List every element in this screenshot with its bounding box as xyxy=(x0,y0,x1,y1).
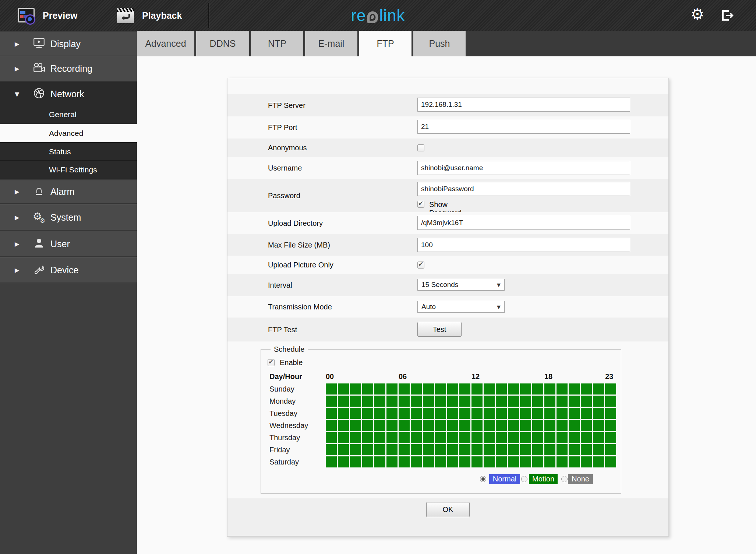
schedule-cell[interactable] xyxy=(374,444,385,455)
schedule-cell[interactable] xyxy=(374,396,385,407)
schedule-cell[interactable] xyxy=(350,432,361,443)
schedule-cell[interactable] xyxy=(569,444,580,455)
schedule-cell[interactable] xyxy=(423,408,434,419)
ftp-test-button[interactable]: Test xyxy=(417,322,462,337)
schedule-cell[interactable] xyxy=(605,383,616,395)
schedule-cell[interactable] xyxy=(399,456,410,467)
schedule-cell[interactable] xyxy=(326,396,337,407)
schedule-cell[interactable] xyxy=(520,456,531,467)
schedule-cell[interactable] xyxy=(326,444,337,455)
mode-normal-chip[interactable]: Normal xyxy=(489,474,520,484)
schedule-cell[interactable] xyxy=(581,420,592,431)
sidebar-item-user[interactable]: ▶ User xyxy=(0,231,137,257)
schedule-cell[interactable] xyxy=(386,383,398,395)
sidebar-subitem-advanced[interactable]: Advanced xyxy=(0,124,137,143)
schedule-cell[interactable] xyxy=(471,396,483,407)
schedule-cell[interactable] xyxy=(484,420,495,431)
tab-ntp[interactable]: NTP xyxy=(251,31,303,56)
schedule-cell[interactable] xyxy=(362,444,373,455)
schedule-cell[interactable] xyxy=(557,444,568,455)
mode-normal-radio[interactable] xyxy=(480,476,486,482)
schedule-cell[interactable] xyxy=(399,432,410,443)
expand-arrow-icon[interactable]: ▶ xyxy=(15,267,19,274)
schedule-cell[interactable] xyxy=(605,444,616,455)
schedule-cell[interactable] xyxy=(569,383,580,395)
schedule-cell[interactable] xyxy=(569,420,580,431)
tab-push[interactable]: Push xyxy=(413,31,466,56)
ftp-server-input[interactable] xyxy=(417,98,630,112)
schedule-cell[interactable] xyxy=(386,420,398,431)
schedule-cell[interactable] xyxy=(532,383,543,395)
schedule-cell[interactable] xyxy=(459,444,470,455)
schedule-cell[interactable] xyxy=(593,432,604,443)
schedule-cell[interactable] xyxy=(423,444,434,455)
schedule-cell[interactable] xyxy=(399,444,410,455)
schedule-cell[interactable] xyxy=(338,420,349,431)
schedule-cell[interactable] xyxy=(459,456,470,467)
username-input[interactable] xyxy=(417,161,630,175)
schedule-cell[interactable] xyxy=(471,383,483,395)
schedule-cell[interactable] xyxy=(520,396,531,407)
schedule-cell[interactable] xyxy=(423,383,434,395)
schedule-cell[interactable] xyxy=(471,444,483,455)
interval-select[interactable]: 15 Seconds ▼ xyxy=(417,279,505,291)
sidebar-subitem-status[interactable]: Status xyxy=(0,143,137,161)
mode-none-radio[interactable] xyxy=(561,476,568,482)
upload-directory-input[interactable] xyxy=(417,216,630,230)
schedule-cell[interactable] xyxy=(496,444,507,455)
schedule-cell[interactable] xyxy=(532,432,543,443)
schedule-cell[interactable] xyxy=(326,408,337,419)
sidebar-item-device[interactable]: ▶ Device xyxy=(0,257,137,283)
password-input[interactable] xyxy=(417,182,630,196)
schedule-cell[interactable] xyxy=(569,432,580,443)
schedule-cell[interactable] xyxy=(471,408,483,419)
schedule-cell[interactable] xyxy=(520,408,531,419)
schedule-enable-checkbox[interactable] xyxy=(268,359,275,366)
schedule-cell[interactable] xyxy=(508,420,519,431)
schedule-cell[interactable] xyxy=(386,408,398,419)
schedule-cell[interactable] xyxy=(605,456,616,467)
schedule-cell[interactable] xyxy=(593,408,604,419)
settings-gear-icon[interactable]: ⚙ xyxy=(690,5,704,23)
preview-nav[interactable]: Preview xyxy=(18,0,78,31)
schedule-cell[interactable] xyxy=(581,383,592,395)
expand-arrow-icon[interactable]: ▶ xyxy=(15,241,19,248)
schedule-cell[interactable] xyxy=(581,396,592,407)
schedule-cell[interactable] xyxy=(471,456,483,467)
schedule-cell[interactable] xyxy=(532,408,543,419)
mode-motion-chip[interactable]: Motion xyxy=(529,474,558,484)
schedule-cell[interactable] xyxy=(484,456,495,467)
schedule-cell[interactable] xyxy=(374,420,385,431)
schedule-cell[interactable] xyxy=(569,456,580,467)
schedule-cell[interactable] xyxy=(326,420,337,431)
schedule-cell[interactable] xyxy=(362,420,373,431)
expand-arrow-icon[interactable]: ▶ xyxy=(15,214,19,221)
schedule-cell[interactable] xyxy=(338,396,349,407)
expand-arrow-icon[interactable]: ▶ xyxy=(15,188,19,195)
schedule-cell[interactable] xyxy=(581,456,592,467)
schedule-cell[interactable] xyxy=(435,408,446,419)
schedule-cell[interactable] xyxy=(557,408,568,419)
collapse-arrow-icon[interactable]: ▼ xyxy=(15,91,19,98)
schedule-cell[interactable] xyxy=(471,432,483,443)
sidebar-item-recording[interactable]: ▶ Recording xyxy=(0,56,137,82)
schedule-cell[interactable] xyxy=(423,420,434,431)
schedule-cell[interactable] xyxy=(557,420,568,431)
tab-advanced[interactable]: Advanced xyxy=(137,31,194,56)
mode-none-chip[interactable]: None xyxy=(568,474,593,484)
schedule-cell[interactable] xyxy=(447,396,458,407)
schedule-cell[interactable] xyxy=(362,432,373,443)
schedule-cell[interactable] xyxy=(593,383,604,395)
sidebar-item-display[interactable]: ▶ Display xyxy=(0,32,137,56)
tab-email[interactable]: E-mail xyxy=(305,31,357,56)
schedule-cell[interactable] xyxy=(350,444,361,455)
schedule-cell[interactable] xyxy=(544,432,555,443)
schedule-cell[interactable] xyxy=(411,396,422,407)
schedule-cell[interactable] xyxy=(362,396,373,407)
schedule-cell[interactable] xyxy=(520,432,531,443)
schedule-cell[interactable] xyxy=(386,444,398,455)
schedule-cell[interactable] xyxy=(386,432,398,443)
schedule-cell[interactable] xyxy=(544,456,555,467)
schedule-cell[interactable] xyxy=(569,396,580,407)
schedule-cell[interactable] xyxy=(508,456,519,467)
